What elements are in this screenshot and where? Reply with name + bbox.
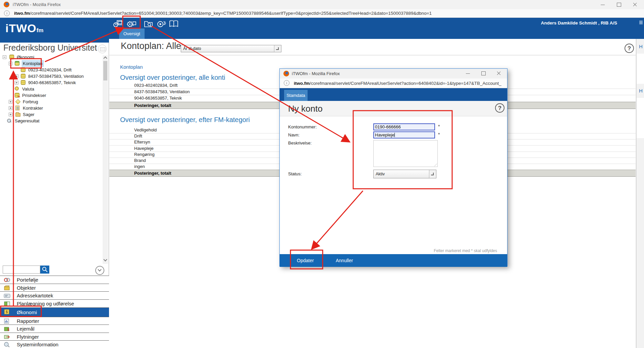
chevron-down-icon[interactable] bbox=[274, 45, 281, 52]
popup-tab-bar: Stamdata bbox=[280, 88, 507, 101]
popup-close-button[interactable] bbox=[491, 69, 506, 78]
module-adressekartotek[interactable]: Adressekartotek bbox=[0, 291, 109, 299]
search-folder-icon[interactable] bbox=[144, 20, 154, 28]
navn-input[interactable]: Havepleje bbox=[373, 131, 435, 138]
close-button[interactable] bbox=[627, 0, 643, 9]
module-rapporter[interactable]: Rapporter bbox=[0, 317, 109, 325]
ledger-icon bbox=[9, 55, 14, 59]
module-lejemal[interactable]: $ Lejemål bbox=[0, 325, 109, 333]
module-objekter[interactable]: Objekter bbox=[0, 284, 109, 291]
handbook-icon[interactable] bbox=[169, 20, 179, 28]
section1-title[interactable]: Oversigt over posteringer, alle konti bbox=[120, 74, 225, 81]
tree-item-prisindekser[interactable]: Prisindekser bbox=[3, 93, 8, 99]
resize-grip-icon[interactable] bbox=[434, 164, 437, 166]
kontonummer-label: Kontonummer: bbox=[288, 124, 317, 129]
text-cursor bbox=[394, 133, 395, 137]
price-index-icon bbox=[15, 93, 19, 98]
mail-icon[interactable] bbox=[98, 45, 107, 53]
period-filter-select[interactable]: År til-dato bbox=[181, 45, 281, 52]
dialog-heading: Ny konto bbox=[288, 104, 323, 114]
search-icon bbox=[40, 266, 49, 274]
main-url[interactable]: itwo.fm/corefmareal/servlet/CoreFMArealU… bbox=[14, 11, 635, 16]
popup-url[interactable]: itwo.fm/corefmareal/servlet/CoreFMArealU… bbox=[294, 81, 505, 86]
section2-title[interactable]: Oversigt over posteringer, efter FM-kate… bbox=[120, 116, 250, 124]
account-icon bbox=[21, 74, 25, 78]
portfolio-icon bbox=[3, 277, 11, 283]
lease-icon: $ bbox=[3, 326, 11, 332]
address-card-icon bbox=[3, 293, 11, 299]
beskrivelse-textarea[interactable] bbox=[373, 140, 438, 167]
expander-plus-icon[interactable] bbox=[15, 74, 18, 78]
help-icon[interactable]: ? bbox=[625, 44, 634, 53]
annuller-button[interactable]: Annuller bbox=[336, 254, 353, 267]
svg-text:$: $ bbox=[7, 328, 9, 332]
dialog-footer: Opdater Annuller bbox=[280, 254, 507, 267]
help-icon[interactable]: ? bbox=[495, 103, 504, 113]
module-flytninger[interactable]: Flytninger bbox=[0, 333, 109, 340]
popup-title: iTWOfm - Mozilla Firefox bbox=[292, 71, 340, 76]
account-icon bbox=[21, 80, 25, 85]
expander-plus-icon[interactable] bbox=[9, 106, 12, 110]
minimize-button[interactable] bbox=[595, 0, 610, 9]
tree-scrollbar[interactable] bbox=[103, 55, 108, 264]
tab-stamdata[interactable]: Stamdata bbox=[284, 90, 308, 101]
beskrivelse-label: Beskrivelse: bbox=[288, 140, 312, 146]
expander-plus-icon[interactable] bbox=[9, 113, 12, 116]
kontoplan-link[interactable]: Kontoplan bbox=[120, 64, 143, 70]
scrollbar-handle[interactable] bbox=[103, 61, 107, 80]
module-planlaegning[interactable]: Planlægning og udførelse bbox=[0, 299, 109, 307]
tab-oversigt[interactable]: Oversigt bbox=[119, 28, 145, 39]
chevron-down-icon[interactable] bbox=[429, 170, 436, 178]
partial-link: H bbox=[639, 88, 643, 94]
account-plan-icon bbox=[15, 61, 19, 66]
itwofm-logo: iTWOfm bbox=[5, 22, 44, 35]
expander-minus-icon[interactable] bbox=[3, 55, 6, 59]
site-info-icon[interactable]: i bbox=[4, 10, 10, 16]
contract-icon bbox=[15, 106, 19, 110]
expander-plus-icon[interactable] bbox=[15, 81, 18, 84]
popup-address-bar[interactable]: i itwo.fm/corefmareal/servlet/CoreFMArea… bbox=[280, 78, 507, 88]
new-account-icon[interactable] bbox=[126, 20, 137, 28]
expander-minus-icon[interactable] bbox=[9, 62, 12, 65]
new-account-dialog: iTWOfm - Mozilla Firefox i itwo.fm/coref… bbox=[279, 68, 507, 267]
navn-label: Navn: bbox=[288, 132, 300, 137]
site-info-icon[interactable]: i bbox=[284, 80, 289, 86]
run-report-icon[interactable] bbox=[156, 20, 166, 28]
page-title: Kontoplan: Alle bbox=[121, 41, 181, 51]
expand-panel-icon[interactable] bbox=[95, 266, 104, 275]
status-select[interactable]: Aktiv bbox=[373, 170, 436, 178]
diamond-icon bbox=[15, 99, 21, 105]
required-marker: * bbox=[438, 124, 440, 129]
svg-text:$: $ bbox=[6, 310, 8, 314]
required-fields-note: Felter markeret med * skal udfyldes bbox=[434, 248, 497, 253]
popup-heading-zone: Ny konto ? bbox=[280, 101, 507, 116]
firefox-icon bbox=[283, 71, 289, 76]
account-icon bbox=[21, 67, 25, 72]
partial-link: H bbox=[639, 44, 643, 49]
objects-icon bbox=[3, 285, 11, 291]
popup-minimize-button[interactable] bbox=[460, 69, 476, 78]
main-address-bar[interactable]: i itwo.fm/corefmareal/servlet/CoreFMArea… bbox=[0, 9, 644, 18]
maximize-button[interactable] bbox=[611, 0, 627, 9]
popup-maximize-button[interactable] bbox=[476, 69, 491, 78]
module-systeminformation[interactable]: Systeminformation bbox=[0, 340, 109, 348]
kontonummer-input[interactable]: 0190-666666 bbox=[373, 123, 435, 130]
search-icon bbox=[7, 118, 11, 123]
system-info-icon bbox=[3, 342, 11, 348]
background-window-sliver: H H bbox=[636, 39, 644, 348]
tree-search-button[interactable] bbox=[40, 266, 49, 274]
module-okonomi[interactable]: $ Økonomi bbox=[0, 307, 109, 317]
popup-titlebar: iTWOfm - Mozilla Firefox bbox=[280, 69, 507, 78]
client-title: Frederiksborg Universitet bbox=[3, 43, 97, 53]
main-window-title: iTWOfm - Mozilla Firefox bbox=[13, 2, 61, 7]
grip-icon[interactable] bbox=[639, 21, 643, 25]
module-portefolje[interactable]: Portefølje bbox=[0, 276, 109, 284]
expander-plus-icon[interactable] bbox=[9, 100, 12, 104]
opdater-button[interactable]: Opdater bbox=[297, 254, 314, 267]
accounts-list-icon[interactable] bbox=[113, 20, 123, 28]
folder-icon bbox=[15, 113, 20, 117]
coin-icon bbox=[15, 86, 19, 91]
planning-book-icon bbox=[3, 301, 11, 307]
required-marker: * bbox=[438, 132, 440, 137]
tree-search-input[interactable] bbox=[3, 266, 40, 274]
